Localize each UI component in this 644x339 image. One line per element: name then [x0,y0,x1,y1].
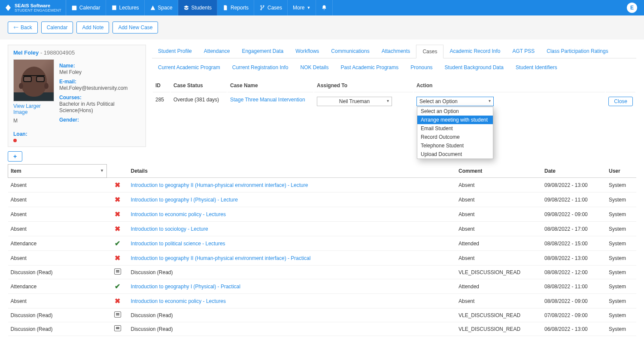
view-larger-link[interactable]: View Larger Image [13,103,54,115]
log-detail-link[interactable]: Introduction to economic policy - Lectur… [131,211,226,217]
log-row: Absent✖Introduction to geography I (Phys… [8,192,637,207]
item-filter-header[interactable]: Item [8,165,107,178]
nav-cases[interactable]: Cases [254,0,288,15]
tab-engagement-data[interactable]: Engagement Data [236,45,289,58]
log-detail: Discussion (Read) [131,312,173,318]
user-header: User [606,165,636,178]
log-detail-link[interactable]: Introduction to geography I (Physical) -… [131,197,238,203]
log-item: Absent [8,251,107,266]
tab-current-academic-program[interactable]: Current Academic Program [152,61,226,74]
tab-attachments[interactable]: Attachments [376,45,416,58]
action-placeholder: Select an Option [419,98,458,104]
col-action: Action [414,79,605,92]
log-comment: Attended [456,236,542,251]
log-comment: Attended [456,279,542,294]
log-date: 06/08/2022 - 13:00 [542,322,606,336]
log-comment: Absent [456,294,542,308]
add-log-button[interactable]: + [8,151,22,162]
case-name-link[interactable]: Stage Three Manual Intervention [230,97,305,103]
log-detail-link[interactable]: Introduction to sociology - Lecture [131,226,208,232]
tab-workflows[interactable]: Workflows [289,45,325,58]
log-user: System [606,308,636,322]
discussion-icon [114,325,121,331]
log-detail-link[interactable]: Introduction to economic policy - Lectur… [131,298,226,304]
activity-log-table: Item Details Comment Date User Absent✖In… [8,164,636,336]
close-case-button[interactable]: Close [608,97,633,106]
action-option[interactable]: Arrange meeting with student [417,116,493,124]
tab-student-identifiers[interactable]: Student Identifiers [510,61,563,74]
assigned-value: Neil Trueman [339,98,370,104]
add-new-case-button[interactable]: Add New Case [112,21,158,34]
log-item: Absent [8,222,107,236]
brand: SEAtS Software STUDENT ENGAGEMENT [0,0,66,15]
log-date: 09/08/2022 - 09:00 [542,207,606,222]
tab-past-academic-programs[interactable]: Past Academic Programs [335,61,405,74]
action-option[interactable]: Upload Document [417,150,493,159]
back-button[interactable]: 🡐 Back [8,21,38,34]
tab-student-profile[interactable]: Student Profile [152,45,198,58]
log-comment: VLE_DISCUSSION_READ [456,322,542,336]
tab-current-registration-info[interactable]: Current Registration Info [226,61,295,74]
student-name-link[interactable]: Mel Foley [13,49,39,56]
log-item: Absent [8,192,107,207]
action-option[interactable]: Email Student [417,124,493,133]
log-row: Absent✖Introduction to economic policy -… [8,294,637,308]
add-note-button[interactable]: Add Note [76,21,109,34]
log-detail-link[interactable]: Introduction to geography I (Physical) -… [131,284,240,290]
tab-attendance[interactable]: Attendance [198,45,236,58]
arrow-left-icon: 🡐 [13,24,18,31]
nav-lectures[interactable]: Lectures [106,0,145,15]
log-user: System [606,279,636,294]
nav-students[interactable]: Students [178,0,217,15]
cases-table: ID Case Status Case Name Assigned To Act… [152,78,636,110]
log-detail-link[interactable]: Introduction to geography II (Human-phys… [131,255,311,261]
log-detail: Discussion (Read) [131,326,173,332]
absent-icon: ✖ [115,181,120,189]
case-row: 285 Overdue (381 days) Stage Three Manua… [153,93,635,110]
log-detail-link[interactable]: Introduction to political science - Lect… [131,241,225,247]
tab-pronouns[interactable]: Pronouns [404,61,438,74]
log-item: Absent [8,294,107,308]
log-date: 08/08/2022 - 12:00 [542,266,606,279]
log-row: Discussion (Read)Discussion (Read)VLE_DI… [8,266,637,279]
tab-agt-pss[interactable]: AGT PSS [506,45,541,58]
courses-value: Bachelor in Arts Political Science(Hons) [59,101,115,113]
log-user: System [606,294,636,308]
tab-class-participation-ratings[interactable]: Class Participation Ratings [541,45,614,58]
tab-student-background-data[interactable]: Student Background Data [439,61,510,74]
tab-communications[interactable]: Communications [325,45,375,58]
log-item: Discussion (Read) [8,266,107,279]
gender-value: M [13,118,54,124]
case-status: Overdue (381 days) [171,93,227,110]
nav-reports[interactable]: Reports [217,0,254,15]
log-user: System [606,207,636,222]
col-name: Case Name [228,79,313,92]
tab-academic-record-info[interactable]: Academic Record Info [444,45,506,58]
log-comment: Absent [456,251,542,266]
assigned-to-select[interactable]: Neil Trueman [317,97,392,106]
log-date: 08/08/2022 - 11:00 [542,279,606,294]
nav-bell[interactable] [316,0,333,15]
tab-cases[interactable]: Cases [416,45,444,58]
nav-label: Cases [267,5,282,11]
log-comment: Absent [456,207,542,222]
action-option[interactable]: Select an Option [417,107,493,116]
log-row: Absent✖Introduction to sociology - Lectu… [8,222,637,236]
details-header: Details [128,165,456,178]
tabs-row-1: Student ProfileAttendanceEngagement Data… [152,45,636,58]
user-avatar-badge[interactable]: E [627,3,637,13]
log-comment: Absent [456,192,542,207]
student-id: 1988004905 [44,49,75,56]
attended-icon: ✔ [115,240,120,247]
calendar-button[interactable]: Calendar [41,21,73,34]
nav-calendar[interactable]: Calendar [66,0,106,15]
nav-label: Space [158,5,173,11]
action-option[interactable]: Telephone Student [417,141,493,150]
nav-more[interactable]: More▼ [288,0,316,15]
action-option[interactable]: Record Outcome [417,133,493,141]
tab-nok-details[interactable]: NOK Details [294,61,334,74]
action-select[interactable]: Select an Option Select an OptionArrange… [416,97,494,106]
log-row: Absent✖Introduction to geography II (Hum… [8,178,637,192]
log-detail-link[interactable]: Introduction to geography II (Human-phys… [131,182,308,188]
nav-space[interactable]: Space [145,0,178,15]
